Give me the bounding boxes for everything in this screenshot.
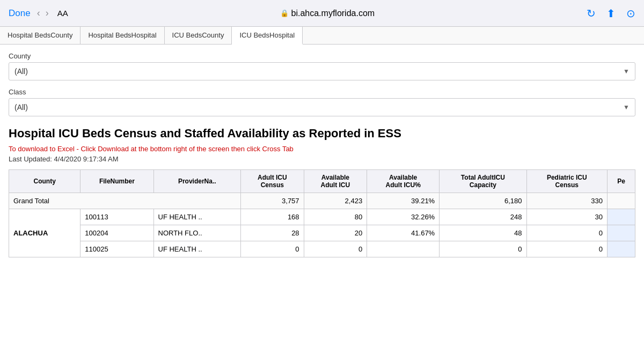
tab-icu-beds-county[interactable]: ICU BedsCounty — [165, 27, 232, 44]
pe-cell-3 — [607, 241, 635, 257]
col-header-total-adult-icu-capacity: Total AdultICUCapacity — [440, 169, 526, 193]
tab-icu-beds-hospital[interactable]: ICU BedsHospital — [232, 27, 303, 45]
table-row: 110025 UF HEALTH .. 0 0 0 0 — [9, 241, 635, 257]
browser-nav: ‹ › — [37, 8, 49, 19]
adult-icu-census-28: 28 — [241, 225, 304, 241]
class-filter-group: Class (All) ▼ — [9, 88, 635, 116]
compass-icon[interactable]: ⊙ — [626, 7, 635, 20]
col-header-pe: Pe — [607, 169, 635, 193]
available-adult-icu-pct-empty — [367, 241, 440, 257]
text-size-button[interactable]: AA — [57, 9, 68, 18]
col-header-available-adult-icu-pct: AvailableAdult ICU% — [367, 169, 440, 193]
pe-cell-2 — [607, 225, 635, 241]
grand-total-total-adult-icu-capacity: 6,180 — [440, 193, 526, 209]
grand-total-available-adult-icu-pct: 39.21% — [367, 193, 440, 209]
provider-name-north-flo: NORTH FLO.. — [153, 225, 241, 241]
col-header-pediatric-icu-census: Pediatric ICUCensus — [526, 169, 607, 193]
grand-total-available-adult-icu: 2,423 — [304, 193, 367, 209]
available-adult-icu-0: 0 — [304, 241, 367, 257]
tab-hospital-beds-hospital[interactable]: Hospital BedsHospital — [80, 27, 164, 44]
county-cell-alachua: ALACHUA — [9, 209, 80, 257]
class-filter-value: (All) — [14, 103, 623, 112]
nav-forward-button[interactable]: › — [46, 8, 49, 19]
county-filter-label: County — [9, 52, 635, 60]
pediatric-icu-census-0-2: 0 — [526, 225, 607, 241]
pe-cell-1 — [607, 209, 635, 225]
table-container: County FileNumber ProviderNa.. Adult ICU… — [9, 169, 635, 257]
total-adult-icu-capacity-48: 48 — [440, 225, 526, 241]
adult-icu-census-168: 168 — [241, 209, 304, 225]
county-filter-select[interactable]: (All) ▼ — [9, 62, 635, 80]
lock-icon: 🔒 — [280, 9, 289, 17]
refresh-icon[interactable]: ↻ — [587, 7, 596, 20]
last-updated-label: Last Updated: — [9, 155, 52, 163]
table-row: 100204 NORTH FLO.. 28 20 41.67% 48 0 — [9, 225, 635, 241]
class-filter-label: Class — [9, 88, 635, 96]
nav-back-button[interactable]: ‹ — [37, 8, 40, 19]
pediatric-icu-census-30: 30 — [526, 209, 607, 225]
grand-total-adult-icu-census: 3,757 — [241, 193, 304, 209]
adult-icu-census-0: 0 — [241, 241, 304, 257]
browser-actions: ↻ ⬆ ⊙ — [587, 7, 635, 20]
url-bar[interactable]: 🔒 bi.ahca.myflorida.com — [68, 9, 587, 18]
col-header-filenumber: FileNumber — [80, 169, 153, 193]
tab-hospital-beds-county[interactable]: Hospital BedsCounty — [0, 27, 80, 44]
pediatric-icu-census-0-3: 0 — [526, 241, 607, 257]
download-note: To download to Excel - Click Download at… — [9, 145, 635, 153]
available-adult-icu-80: 80 — [304, 209, 367, 225]
col-header-providername: ProviderNa.. — [153, 169, 241, 193]
col-header-county: County — [9, 169, 80, 193]
main-content: County (All) ▼ Class (All) ▼ Hospital IC… — [0, 45, 644, 265]
total-adult-icu-capacity-248: 248 — [440, 209, 526, 225]
grand-total-row: Grand Total 3,757 2,423 39.21% 6,180 330 — [9, 193, 635, 209]
file-number-100113: 100113 — [80, 209, 153, 225]
class-filter-select[interactable]: (All) ▼ — [9, 98, 635, 116]
url-text: bi.ahca.myflorida.com — [291, 9, 375, 18]
table-row: ALACHUA 100113 UF HEALTH .. 168 80 32.26… — [9, 209, 635, 225]
county-filter-group: County (All) ▼ — [9, 52, 635, 80]
col-header-available-adult-icu: AvailableAdult ICU — [304, 169, 367, 193]
county-filter-value: (All) — [14, 67, 623, 76]
col-header-adult-icu-census: Adult ICUCensus — [241, 169, 304, 193]
available-adult-icu-pct-4167: 41.67% — [367, 225, 440, 241]
provider-name-uf-health-2: UF HEALTH .. — [153, 241, 241, 257]
grand-total-county: Grand Total — [9, 193, 241, 209]
available-adult-icu-pct-3226: 32.26% — [367, 209, 440, 225]
grand-total-pe — [607, 193, 635, 209]
report-title: Hospital ICU Beds Census and Staffed Ava… — [9, 126, 635, 142]
class-dropdown-arrow-icon: ▼ — [623, 104, 630, 111]
grand-total-pediatric-icu-census: 330 — [526, 193, 607, 209]
provider-name-uf-health-1: UF HEALTH .. — [153, 209, 241, 225]
file-number-100204: 100204 — [80, 225, 153, 241]
county-dropdown-arrow-icon: ▼ — [623, 68, 630, 75]
available-adult-icu-20: 20 — [304, 225, 367, 241]
tab-bar: Hospital BedsCounty Hospital BedsHospita… — [0, 27, 644, 45]
last-updated-value: 4/4/2020 9:17:34 AM — [54, 155, 119, 163]
last-updated: Last Updated: 4/4/2020 9:17:34 AM — [9, 155, 635, 163]
table-header-row: County FileNumber ProviderNa.. Adult ICU… — [9, 169, 635, 193]
done-button[interactable]: Done — [9, 8, 31, 19]
share-icon[interactable]: ⬆ — [606, 7, 616, 20]
browser-bar: Done ‹ › AA 🔒 bi.ahca.myflorida.com ↻ ⬆ … — [0, 0, 644, 27]
total-adult-icu-capacity-0: 0 — [440, 241, 526, 257]
file-number-110025: 110025 — [80, 241, 153, 257]
data-table: County FileNumber ProviderNa.. Adult ICU… — [9, 169, 635, 257]
